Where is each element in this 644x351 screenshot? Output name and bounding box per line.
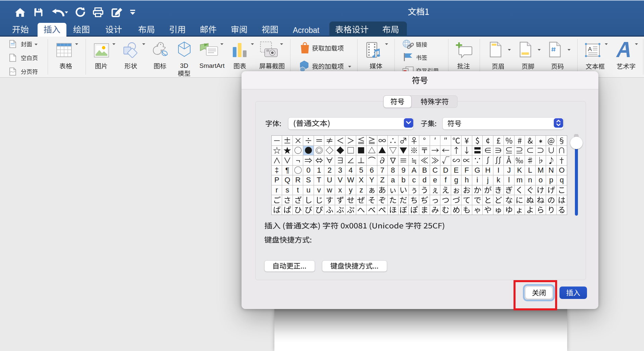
svg-text:A: A bbox=[588, 46, 592, 52]
